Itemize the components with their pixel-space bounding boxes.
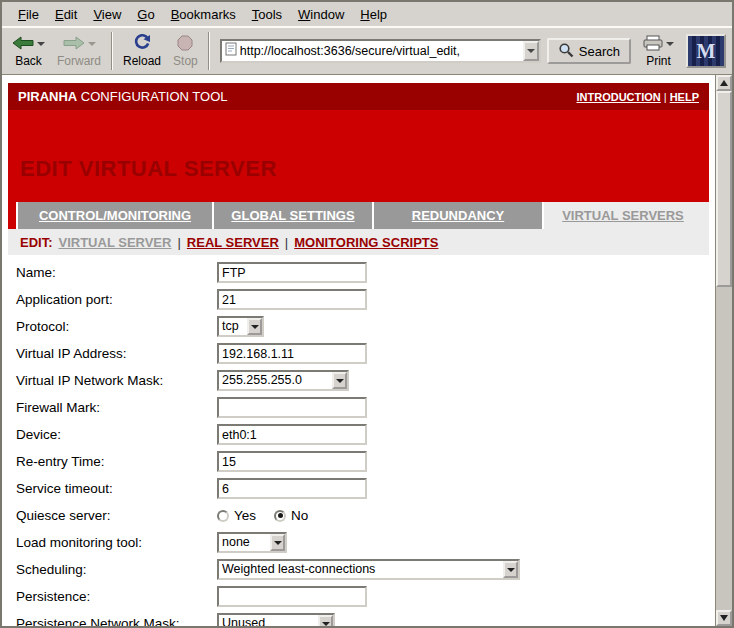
- chevron-down-icon: [318, 615, 333, 626]
- field-label: Device:: [8, 427, 217, 442]
- radio-label: No: [291, 508, 308, 523]
- print-dropdown-caret-icon[interactable]: [666, 42, 674, 46]
- menu-help[interactable]: Help: [352, 4, 395, 25]
- selected-value: none: [219, 534, 270, 551]
- tab-control-monitoring[interactable]: CONTROL/MONITORING: [16, 202, 212, 229]
- device-input[interactable]: [217, 424, 367, 445]
- subnav-prefix: EDIT:: [20, 235, 53, 250]
- service-timeout-input[interactable]: [217, 478, 367, 499]
- menu-view[interactable]: View: [85, 4, 129, 25]
- form-row: Persistence:: [8, 583, 709, 610]
- scrollbar-up-button[interactable]: [716, 75, 732, 91]
- protocol-select[interactable]: tcp: [217, 316, 264, 337]
- firewall-mark-input[interactable]: [217, 397, 367, 418]
- back-label: Back: [15, 54, 42, 68]
- browser-viewport: PIRANHA CONFIGURATION TOOL INTRODUCTION|…: [2, 75, 732, 626]
- tab-virtual-servers[interactable]: VIRTUAL SERVERS: [542, 202, 702, 229]
- introduction-link[interactable]: INTRODUCTION: [576, 91, 660, 103]
- scroll-down-icon: [720, 615, 728, 621]
- reentry-time-input[interactable]: [217, 451, 367, 472]
- form-row: Firewall Mark:: [8, 394, 709, 421]
- help-link[interactable]: HELP: [670, 91, 699, 103]
- field-label: Re-entry Time:: [8, 454, 217, 469]
- menu-window[interactable]: Window: [290, 4, 352, 25]
- menu-bookmarks[interactable]: Bookmarks: [163, 4, 244, 25]
- page-bookmark-icon: [225, 42, 237, 60]
- subnav-separator: |: [177, 235, 180, 250]
- menu-edit[interactable]: Edit: [47, 4, 85, 25]
- page-title: EDIT VIRTUAL SERVER: [20, 156, 709, 182]
- print-label: Print: [646, 54, 671, 68]
- form-row: Re-entry Time:: [8, 448, 709, 475]
- chevron-down-icon: [270, 534, 285, 551]
- vertical-scrollbar[interactable]: [715, 75, 732, 626]
- field-label: Persistence:: [8, 589, 217, 604]
- subnav-separator: |: [285, 235, 288, 250]
- form-row: Scheduling: Weighted least-connections: [8, 556, 709, 583]
- form-row: Virtual IP Network Mask: 255.255.255.0: [8, 367, 709, 394]
- persistence-input[interactable]: [217, 586, 367, 607]
- virtual-ip-netmask-select[interactable]: 255.255.255.0: [217, 370, 349, 391]
- tab-redundancy[interactable]: REDUNDANCY: [372, 202, 542, 229]
- forward-label: Forward: [57, 54, 101, 68]
- field-label: Load monitoring tool:: [8, 535, 217, 550]
- menu-bar: File Edit View Go Bookmarks Tools Window…: [2, 2, 732, 27]
- menu-tools[interactable]: Tools: [244, 4, 290, 25]
- menu-go[interactable]: Go: [129, 4, 162, 25]
- url-bar[interactable]: [220, 39, 541, 63]
- toolbar-separator: [111, 32, 113, 70]
- tab-global-settings[interactable]: GLOBAL SETTINGS: [212, 202, 372, 229]
- back-button[interactable]: Back: [6, 29, 51, 73]
- scroll-up-icon: [720, 80, 728, 86]
- field-label: Protocol:: [8, 319, 217, 334]
- subnav-bar: EDIT: VIRTUAL SERVER | REAL SERVER | MON…: [8, 229, 709, 255]
- search-button[interactable]: Search: [547, 38, 631, 64]
- menu-file[interactable]: File: [10, 4, 47, 25]
- quiesce-yes-radio[interactable]: [217, 510, 229, 522]
- search-label: Search: [579, 44, 620, 59]
- form-row: Quiesce server: Yes No: [8, 502, 709, 529]
- scrollbar-down-button[interactable]: [716, 610, 732, 626]
- field-label: Firewall Mark:: [8, 400, 217, 415]
- chevron-down-icon: [332, 372, 347, 389]
- name-input[interactable]: [217, 262, 367, 283]
- stop-button[interactable]: Stop: [167, 29, 204, 73]
- field-label: Quiesce server:: [8, 508, 217, 523]
- scheduling-select[interactable]: Weighted least-connections: [217, 559, 520, 580]
- reload-label: Reload: [123, 54, 161, 68]
- navigation-toolbar: Back Forward Reload: [2, 27, 732, 75]
- forward-dropdown-caret-icon[interactable]: [88, 42, 96, 46]
- subnav-real-server-link[interactable]: REAL SERVER: [187, 235, 279, 250]
- tab-bar-lead: [8, 202, 16, 229]
- load-monitoring-select[interactable]: none: [217, 532, 287, 553]
- field-label: Persistence Network Mask:: [8, 616, 217, 626]
- subnav-virtual-server-link[interactable]: VIRTUAL SERVER: [59, 235, 172, 250]
- mozilla-logo[interactable]: M: [686, 34, 726, 68]
- field-label: Application port:: [8, 292, 217, 307]
- subnav-monitoring-scripts-link[interactable]: MONITORING SCRIPTS: [294, 235, 438, 250]
- url-input[interactable]: [237, 42, 523, 60]
- url-dropdown-button[interactable]: [523, 41, 539, 61]
- back-arrow-icon: [12, 36, 34, 53]
- stop-label: Stop: [173, 54, 198, 68]
- scrollbar-track[interactable]: [716, 91, 732, 610]
- header-link-separator: |: [661, 91, 670, 103]
- scrollbar-thumb[interactable]: [716, 91, 732, 287]
- quiesce-no-radio[interactable]: [274, 510, 286, 522]
- printer-icon: [643, 35, 663, 54]
- forward-button[interactable]: Forward: [51, 29, 107, 73]
- field-label: Scheduling:: [8, 562, 217, 577]
- reload-button[interactable]: Reload: [117, 29, 167, 73]
- selected-value: 255.255.255.0: [219, 372, 332, 389]
- application-port-input[interactable]: [217, 289, 367, 310]
- persistence-netmask-select[interactable]: Unused: [217, 613, 335, 626]
- form-row: Persistence Network Mask: Unused: [8, 610, 709, 626]
- print-button[interactable]: Print: [637, 29, 680, 73]
- title-band: EDIT VIRTUAL SERVER: [8, 110, 709, 202]
- field-label: Virtual IP Network Mask:: [8, 373, 217, 388]
- field-label: Virtual IP Address:: [8, 346, 217, 361]
- back-dropdown-caret-icon[interactable]: [37, 42, 45, 46]
- virtual-ip-input[interactable]: [217, 343, 367, 364]
- logo-letter: M: [697, 40, 716, 63]
- field-label: Service timeout:: [8, 481, 217, 496]
